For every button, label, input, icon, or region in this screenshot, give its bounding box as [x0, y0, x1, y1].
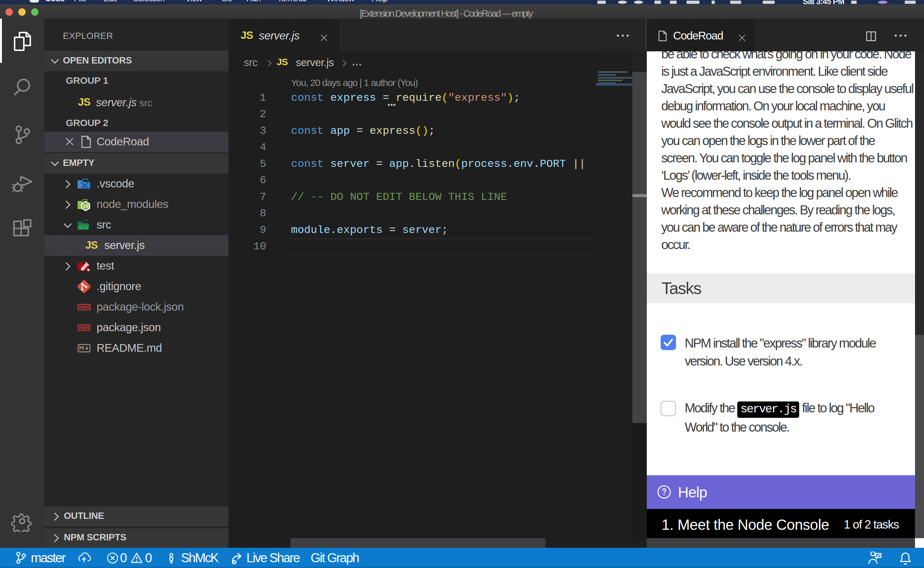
svg-text:JS: JS [83, 203, 89, 208]
svg-text:</>: </> [79, 225, 89, 231]
